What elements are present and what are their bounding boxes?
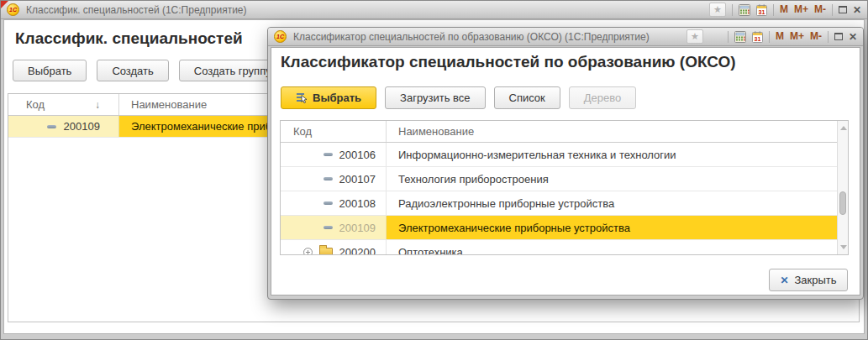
vertical-scrollbar[interactable] [837, 121, 848, 254]
memory-plus-button[interactable]: М+ [790, 29, 804, 44]
row-code: 200107 [339, 173, 376, 186]
close-dialog-button[interactable]: ✕ Закрыть [769, 269, 848, 291]
dash-icon [324, 226, 333, 229]
calendar-icon[interactable]: 31 [756, 4, 767, 16]
dash-icon [324, 177, 333, 180]
svg-text:31: 31 [759, 8, 765, 14]
calculator-icon[interactable] [734, 31, 746, 43]
dialog-content: Классификатор специальностей по образова… [271, 47, 860, 296]
tree-view-button: Дерево [569, 86, 636, 109]
row-name: Информационно-измерительная техника и те… [387, 143, 848, 166]
row-code: 200106 [339, 149, 376, 161]
row-name: Технология приборостроения [387, 167, 848, 191]
folder-icon [319, 248, 333, 256]
table-row[interactable]: 200108 Радиоэлектронные приборные устрой… [281, 191, 848, 216]
select-icon [296, 92, 308, 103]
main-toolbar: Выбрать Создать Создать группу [13, 60, 287, 81]
table-row[interactable]: 200200 Оптотехника [281, 240, 848, 255]
select-button[interactable]: Выбрать [281, 86, 376, 109]
separator [828, 31, 829, 43]
separator [773, 4, 774, 16]
separator [769, 31, 770, 43]
separator [732, 4, 733, 16]
calculator-icon[interactable] [739, 4, 750, 16]
separator [832, 4, 833, 16]
row-code: 200108 [339, 197, 376, 210]
memory-button[interactable]: М [776, 29, 784, 44]
okso-dialog: 1С Классификатор специальностей по образ… [267, 27, 864, 300]
column-header-code[interactable]: Код [281, 121, 387, 142]
select-button[interactable]: Выбрать [13, 60, 87, 81]
row-name: Радиоэлектронные приборные устройства [387, 191, 848, 215]
list-view-button[interactable]: Список [494, 86, 560, 109]
scroll-down-icon[interactable] [840, 245, 847, 249]
maximize-icon[interactable] [839, 6, 847, 13]
close-icon[interactable]: ✕ [849, 30, 857, 44]
expand-plus-icon[interactable] [303, 248, 313, 256]
main-titlebar[interactable]: 1С Классифик. специальностей (1С:Предпри… [1, 1, 867, 19]
dialog-title: Классификатор специальностей по образова… [293, 31, 650, 43]
memory-minus-button[interactable]: М- [814, 3, 826, 17]
separator [728, 31, 729, 43]
column-header-code[interactable]: Код ↓ [8, 94, 119, 115]
calendar-icon[interactable]: 31 [752, 31, 763, 43]
column-header-name[interactable]: Наименование [387, 121, 848, 142]
memory-minus-button[interactable]: М- [810, 29, 822, 44]
table-header[interactable]: Код Наименование [281, 121, 848, 143]
favorite-star-icon[interactable]: ★ [709, 3, 726, 17]
memory-button[interactable]: М [780, 3, 788, 17]
dialog-toolbar: Выбрать Загрузить все Список Дерево [281, 86, 636, 109]
dialog-titlebar[interactable]: 1С Классификатор специальностей по образ… [268, 28, 863, 46]
favorite-star-icon[interactable]: ★ [687, 29, 703, 44]
dash-icon [47, 125, 56, 128]
close-icon[interactable]: ✕ [853, 3, 861, 17]
row-name: Оптотехника [387, 240, 848, 255]
1c-logo-icon: 1С [274, 30, 287, 43]
close-x-icon: ✕ [780, 275, 788, 286]
dialog-table-body: 200106 Информационно-измерительная техни… [281, 143, 848, 255]
maximize-icon[interactable] [834, 33, 843, 40]
row-code: 200200 [339, 246, 376, 256]
page-title: Классифик. специальностей [15, 29, 243, 48]
1c-logo-icon: 1С [7, 3, 19, 16]
memory-plus-button[interactable]: М+ [794, 3, 808, 17]
okso-table: Код Наименование 200106 Информационно-из… [280, 120, 849, 255]
dash-icon [324, 201, 333, 205]
corner-flag-icon [1, 1, 8, 8]
scroll-up-icon[interactable] [840, 126, 847, 130]
table-row[interactable]: 200106 Информационно-измерительная техни… [281, 143, 848, 167]
load-all-button[interactable]: Загрузить все [385, 86, 485, 109]
svg-text:31: 31 [755, 35, 761, 41]
scroll-thumb[interactable] [839, 191, 846, 215]
sort-desc-icon: ↓ [95, 99, 100, 111]
row-code: 200109 [64, 120, 100, 133]
table-row[interactable]: 200107 Технология приборостроения [281, 167, 848, 191]
table-row[interactable]: 200109 Электромеханические приборные уст… [281, 216, 848, 240]
row-name: Электромеханические приборные устройства [387, 216, 848, 239]
window-title: Классифик. специальностей (1С:Предприяти… [26, 4, 247, 16]
row-code: 200109 [339, 222, 376, 234]
dash-icon [324, 153, 333, 156]
create-button[interactable]: Создать [97, 60, 168, 81]
dialog-heading: Классификатор специальностей по образова… [281, 53, 736, 71]
